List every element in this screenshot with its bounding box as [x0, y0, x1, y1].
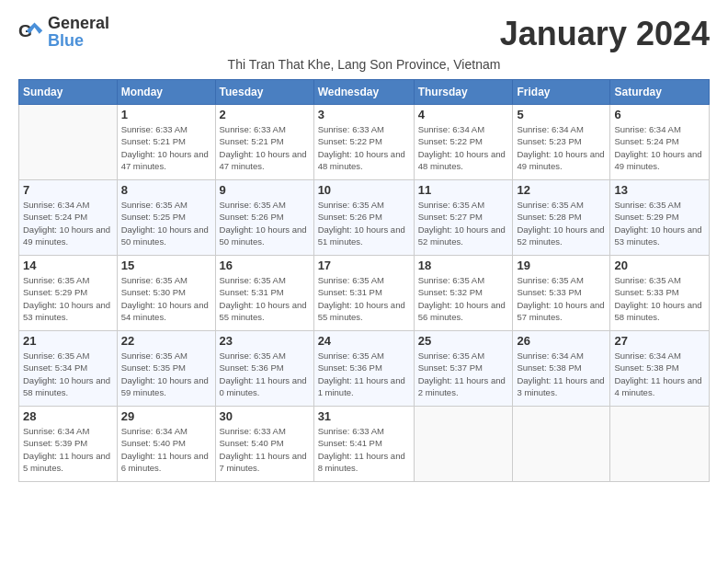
day-cell: 17Sunrise: 6:35 AM Sunset: 5:31 PM Dayli…	[313, 256, 414, 331]
day-number: 14	[23, 259, 113, 272]
header-sunday: Sunday	[19, 80, 118, 105]
day-info: Sunrise: 6:34 AM Sunset: 5:38 PM Dayligh…	[517, 350, 606, 398]
day-info: Sunrise: 6:33 AM Sunset: 5:22 PM Dayligh…	[318, 123, 410, 172]
day-cell: 15Sunrise: 6:35 AM Sunset: 5:30 PM Dayli…	[117, 256, 215, 331]
week-row-0: 1Sunrise: 6:33 AM Sunset: 5:21 PM Daylig…	[19, 105, 710, 180]
day-number: 26	[517, 334, 606, 348]
day-number: 9	[220, 183, 310, 197]
day-info: Sunrise: 6:35 AM Sunset: 5:26 PM Dayligh…	[318, 199, 410, 247]
day-cell: 24Sunrise: 6:35 AM Sunset: 5:36 PM Dayli…	[313, 331, 414, 407]
day-number: 24	[318, 334, 410, 348]
day-number: 17	[318, 259, 410, 272]
day-cell: 6Sunrise: 6:34 AM Sunset: 5:24 PM Daylig…	[610, 105, 710, 180]
day-cell: 18Sunrise: 6:35 AM Sunset: 5:32 PM Dayli…	[414, 256, 513, 331]
logo-icon: G	[18, 19, 44, 45]
header-wednesday: Wednesday	[313, 80, 414, 105]
day-info: Sunrise: 6:33 AM Sunset: 5:40 PM Dayligh…	[220, 425, 310, 474]
day-info: Sunrise: 6:35 AM Sunset: 5:30 PM Dayligh…	[121, 274, 211, 323]
day-number: 3	[318, 108, 410, 121]
day-number: 20	[614, 259, 705, 272]
day-info: Sunrise: 6:34 AM Sunset: 5:39 PM Dayligh…	[23, 425, 113, 474]
header-saturday: Saturday	[610, 80, 710, 105]
day-number: 21	[23, 334, 113, 348]
day-cell: 13Sunrise: 6:35 AM Sunset: 5:29 PM Dayli…	[610, 180, 710, 256]
day-cell: 11Sunrise: 6:35 AM Sunset: 5:27 PM Dayli…	[414, 180, 513, 256]
day-number: 11	[418, 183, 509, 197]
day-info: Sunrise: 6:33 AM Sunset: 5:41 PM Dayligh…	[318, 425, 410, 474]
day-cell: 21Sunrise: 6:35 AM Sunset: 5:34 PM Dayli…	[19, 331, 118, 407]
day-number: 7	[23, 183, 113, 197]
logo-blue: Blue	[48, 31, 84, 50]
day-number: 28	[23, 409, 113, 423]
day-cell: 16Sunrise: 6:35 AM Sunset: 5:31 PM Dayli…	[215, 256, 313, 331]
day-cell	[19, 105, 118, 180]
day-cell: 12Sunrise: 6:35 AM Sunset: 5:28 PM Dayli…	[513, 180, 610, 256]
day-cell: 29Sunrise: 6:34 AM Sunset: 5:40 PM Dayli…	[117, 407, 215, 482]
day-cell: 27Sunrise: 6:34 AM Sunset: 5:38 PM Dayli…	[610, 331, 710, 407]
day-cell: 26Sunrise: 6:34 AM Sunset: 5:38 PM Dayli…	[513, 331, 610, 407]
day-info: Sunrise: 6:35 AM Sunset: 5:29 PM Dayligh…	[614, 199, 705, 247]
day-cell	[414, 407, 513, 482]
day-number: 31	[318, 409, 410, 423]
day-cell: 31Sunrise: 6:33 AM Sunset: 5:41 PM Dayli…	[313, 407, 414, 482]
day-info: Sunrise: 6:33 AM Sunset: 5:21 PM Dayligh…	[220, 123, 310, 172]
day-number: 18	[418, 259, 509, 272]
week-row-4: 28Sunrise: 6:34 AM Sunset: 5:39 PM Dayli…	[19, 407, 710, 482]
day-number: 30	[220, 409, 310, 423]
day-cell: 22Sunrise: 6:35 AM Sunset: 5:35 PM Dayli…	[117, 331, 215, 407]
day-info: Sunrise: 6:35 AM Sunset: 5:33 PM Dayligh…	[517, 274, 606, 323]
day-cell: 28Sunrise: 6:34 AM Sunset: 5:39 PM Dayli…	[19, 407, 118, 482]
logo: G General Blue	[18, 15, 109, 50]
day-number: 1	[121, 108, 211, 121]
day-number: 25	[418, 334, 509, 348]
day-info: Sunrise: 6:34 AM Sunset: 5:22 PM Dayligh…	[418, 123, 509, 172]
header-friday: Friday	[513, 80, 610, 105]
subtitle: Thi Tran That Khe, Lang Son Province, Vi…	[18, 57, 710, 72]
day-cell: 20Sunrise: 6:35 AM Sunset: 5:33 PM Dayli…	[610, 256, 710, 331]
day-number: 27	[614, 334, 705, 348]
logo-general: General	[48, 14, 109, 32]
day-info: Sunrise: 6:35 AM Sunset: 5:31 PM Dayligh…	[318, 274, 410, 323]
day-info: Sunrise: 6:35 AM Sunset: 5:32 PM Dayligh…	[418, 274, 509, 323]
day-cell: 4Sunrise: 6:34 AM Sunset: 5:22 PM Daylig…	[414, 105, 513, 180]
day-info: Sunrise: 6:34 AM Sunset: 5:24 PM Dayligh…	[614, 123, 705, 172]
day-info: Sunrise: 6:34 AM Sunset: 5:38 PM Dayligh…	[614, 350, 705, 398]
day-number: 23	[220, 334, 310, 348]
day-info: Sunrise: 6:35 AM Sunset: 5:34 PM Dayligh…	[23, 350, 113, 398]
header-tuesday: Tuesday	[215, 80, 313, 105]
day-info: Sunrise: 6:34 AM Sunset: 5:40 PM Dayligh…	[121, 425, 211, 474]
week-row-3: 21Sunrise: 6:35 AM Sunset: 5:34 PM Dayli…	[19, 331, 710, 407]
day-info: Sunrise: 6:33 AM Sunset: 5:21 PM Dayligh…	[121, 123, 211, 172]
day-info: Sunrise: 6:35 AM Sunset: 5:36 PM Dayligh…	[318, 350, 410, 398]
day-info: Sunrise: 6:35 AM Sunset: 5:31 PM Dayligh…	[220, 274, 310, 323]
day-cell: 19Sunrise: 6:35 AM Sunset: 5:33 PM Dayli…	[513, 256, 610, 331]
day-cell: 2Sunrise: 6:33 AM Sunset: 5:21 PM Daylig…	[215, 105, 313, 180]
day-cell: 8Sunrise: 6:35 AM Sunset: 5:25 PM Daylig…	[117, 180, 215, 256]
day-info: Sunrise: 6:35 AM Sunset: 5:36 PM Dayligh…	[220, 350, 310, 398]
day-cell: 10Sunrise: 6:35 AM Sunset: 5:26 PM Dayli…	[313, 180, 414, 256]
calendar-header-row: Sunday Monday Tuesday Wednesday Thursday…	[19, 80, 710, 105]
day-number: 12	[517, 183, 606, 197]
day-cell	[610, 407, 710, 482]
header: G General Blue January 2024	[18, 15, 710, 53]
day-info: Sunrise: 6:34 AM Sunset: 5:24 PM Dayligh…	[23, 199, 113, 247]
day-cell: 30Sunrise: 6:33 AM Sunset: 5:40 PM Dayli…	[215, 407, 313, 482]
day-info: Sunrise: 6:35 AM Sunset: 5:35 PM Dayligh…	[121, 350, 211, 398]
day-cell: 25Sunrise: 6:35 AM Sunset: 5:37 PM Dayli…	[414, 331, 513, 407]
day-cell	[513, 407, 610, 482]
day-info: Sunrise: 6:35 AM Sunset: 5:33 PM Dayligh…	[614, 274, 705, 323]
day-cell: 3Sunrise: 6:33 AM Sunset: 5:22 PM Daylig…	[313, 105, 414, 180]
header-thursday: Thursday	[414, 80, 513, 105]
day-info: Sunrise: 6:35 AM Sunset: 5:25 PM Dayligh…	[121, 199, 211, 247]
page-title: January 2024	[500, 15, 710, 53]
day-number: 15	[121, 259, 211, 272]
day-number: 8	[121, 183, 211, 197]
day-cell: 7Sunrise: 6:34 AM Sunset: 5:24 PM Daylig…	[19, 180, 118, 256]
header-monday: Monday	[117, 80, 215, 105]
calendar-table: Sunday Monday Tuesday Wednesday Thursday…	[18, 79, 710, 482]
day-cell: 14Sunrise: 6:35 AM Sunset: 5:29 PM Dayli…	[19, 256, 118, 331]
week-row-2: 14Sunrise: 6:35 AM Sunset: 5:29 PM Dayli…	[19, 256, 710, 331]
day-number: 29	[121, 409, 211, 423]
day-cell: 23Sunrise: 6:35 AM Sunset: 5:36 PM Dayli…	[215, 331, 313, 407]
day-number: 5	[517, 108, 606, 121]
